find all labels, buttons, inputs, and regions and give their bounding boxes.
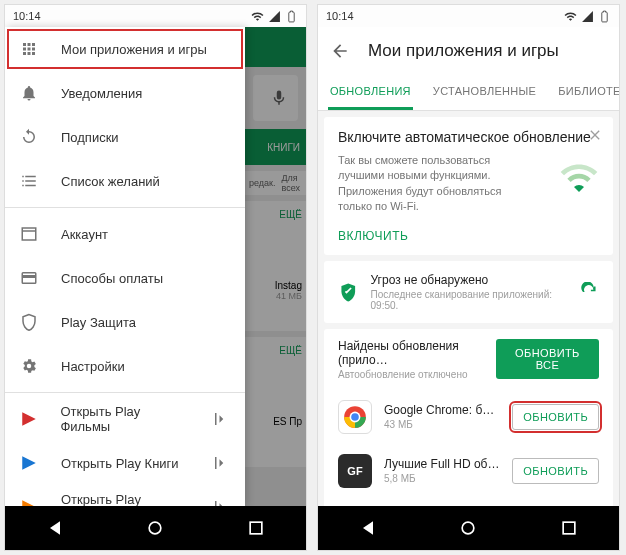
found-sub: Автообновление отключено (338, 369, 496, 380)
nav-recent-icon[interactable] (246, 518, 266, 538)
drawer-item-label: Способы оплаты (61, 271, 163, 286)
app-size: 5,8 МБ (384, 473, 500, 484)
navigation-drawer: Мои приложения и игры Уведомления Подпис… (5, 27, 245, 506)
battery-icon (285, 10, 298, 23)
tab-library[interactable]: БИБЛИОТЕКА (556, 75, 620, 110)
refresh-icon (19, 127, 39, 147)
tab-updates[interactable]: ОБНОВЛЕНИЯ (328, 75, 413, 110)
bell-icon (19, 83, 39, 103)
status-bar: 10:14 (5, 5, 306, 27)
drawer-item-my-apps[interactable]: Мои приложения и игры (5, 27, 245, 71)
page-title: Мои приложения и игры (368, 41, 559, 61)
drawer-item-label: Настройки (61, 359, 125, 374)
tab-installed[interactable]: УСТАНОВЛЕННЫЕ (431, 75, 538, 110)
drawer-item-music[interactable]: Открыть Play Музыку (5, 485, 245, 506)
apps-icon (19, 39, 39, 59)
card-icon (19, 268, 39, 288)
chrome-icon (338, 400, 372, 434)
drawer-item-label: Список желаний (61, 174, 160, 189)
app-row[interactable]: GF Лучшие Full HD обои GoodFon… 5,8 МБ О… (324, 444, 613, 498)
scan-title: Угроз не обнаружено (371, 273, 569, 287)
drawer-item-protect[interactable]: Play Защита (5, 300, 245, 344)
drawer-item-label: Открыть Play Книги (61, 456, 179, 471)
nav-recent-icon[interactable] (559, 518, 579, 538)
nav-bar (5, 506, 306, 550)
drawer-item-label: Уведомления (61, 86, 142, 101)
wifi-icon (251, 10, 264, 23)
mic-icon (270, 89, 288, 107)
app-row[interactable]: Google Диск 31 ОБНОВИТЬ (324, 498, 613, 506)
goodfon-icon: GF (338, 454, 372, 488)
play-music-icon (19, 497, 39, 506)
open-external-icon (211, 497, 231, 506)
card-body: Так вы сможете пользоваться лучшими новы… (338, 153, 508, 215)
scan-sub: Последнее сканирование приложений: 09:50… (371, 289, 569, 311)
gear-icon (19, 356, 39, 376)
shield-icon (19, 312, 39, 332)
found-title: Найдены обновления (прило… (338, 339, 496, 367)
drawer-item-label: Мои приложения и игры (61, 42, 207, 57)
battery-icon (598, 10, 611, 23)
drawer-item-wishlist[interactable]: Список желаний (5, 159, 245, 203)
svg-point-4 (351, 413, 359, 421)
list-icon (19, 171, 39, 191)
drawer-item-label: Play Защита (61, 315, 136, 330)
drawer-item-payment[interactable]: Способы оплаты (5, 256, 245, 300)
app-name: Лучшие Full HD обои GoodFon… (384, 457, 500, 471)
drawer-item-books[interactable]: Открыть Play Книги (5, 441, 245, 485)
drawer-item-notifications[interactable]: Уведомления (5, 71, 245, 115)
play-books-icon (19, 453, 39, 473)
status-time: 10:14 (13, 10, 41, 22)
refresh-icon[interactable] (580, 282, 599, 302)
nav-back-icon[interactable] (358, 518, 378, 538)
update-all-button[interactable]: ОБНОВИТЬ ВСЕ (496, 339, 599, 379)
open-external-icon (211, 453, 231, 473)
status-icons (251, 10, 298, 23)
nav-home-icon[interactable] (145, 518, 165, 538)
close-icon[interactable] (587, 127, 603, 143)
drawer-item-label: Открыть Play Музыку (61, 492, 189, 506)
drawer-item-subscriptions[interactable]: Подписки (5, 115, 245, 159)
auto-update-card: Включите автоматическое обновление Так в… (324, 117, 613, 255)
card-title: Включите автоматическое обновление (338, 129, 599, 145)
app-name: Google Chrome: быстрый брауз… (384, 403, 500, 417)
wifi-icon (564, 10, 577, 23)
app-size: 43 МБ (384, 419, 500, 430)
svg-rect-6 (563, 522, 575, 534)
svg-point-0 (150, 522, 162, 534)
nav-home-icon[interactable] (458, 518, 478, 538)
svg-point-5 (463, 522, 475, 534)
signal-icon (268, 10, 281, 23)
status-bar: 10:14 (318, 5, 619, 27)
drawer-item-account[interactable]: Аккаунт (5, 212, 245, 256)
status-icons (564, 10, 611, 23)
drawer-item-label: Подписки (61, 130, 119, 145)
updates-found-card: Найдены обновления (прило… Автообновлени… (324, 329, 613, 506)
drawer-item-label: Открыть Play Фильмы (60, 404, 189, 434)
svg-rect-1 (250, 522, 262, 534)
tabs: ОБНОВЛЕНИЯ УСТАНОВЛЕННЫЕ БИБЛИОТЕКА (318, 75, 619, 111)
page-header: Мои приложения и игры (318, 27, 619, 75)
nav-back-icon[interactable] (45, 518, 65, 538)
phone-left: 10:14 КНИГИ редак.Для всех ЕЩЁ Instag 41… (4, 4, 307, 551)
signal-icon (581, 10, 594, 23)
drawer-item-label: Аккаунт (61, 227, 108, 242)
enable-button[interactable]: ВКЛЮЧИТЬ (338, 229, 599, 243)
drawer-item-settings[interactable]: Настройки (5, 344, 245, 388)
open-external-icon (212, 409, 231, 429)
scan-card: Угроз не обнаружено Последнее сканирован… (324, 261, 613, 323)
phone-right: 10:14 Мои приложения и игры ОБНОВЛЕНИЯ У… (317, 4, 620, 551)
wifi-art-icon (559, 157, 599, 197)
shield-check-icon (338, 281, 359, 303)
nav-bar (318, 506, 619, 550)
account-icon (19, 224, 39, 244)
drawer-backdrop: КНИГИ редак.Для всех ЕЩЁ Instag 41 МБ ЕЩ… (245, 27, 306, 506)
update-button[interactable]: ОБНОВИТЬ (512, 404, 599, 430)
update-button[interactable]: ОБНОВИТЬ (512, 458, 599, 484)
drawer-item-movies[interactable]: Открыть Play Фильмы (5, 397, 245, 441)
app-row[interactable]: Google Chrome: быстрый брауз… 43 МБ ОБНО… (324, 390, 613, 444)
status-time: 10:14 (326, 10, 354, 22)
play-movies-icon (19, 409, 38, 429)
content: Включите автоматическое обновление Так в… (318, 111, 619, 506)
back-arrow-icon[interactable] (330, 41, 350, 61)
